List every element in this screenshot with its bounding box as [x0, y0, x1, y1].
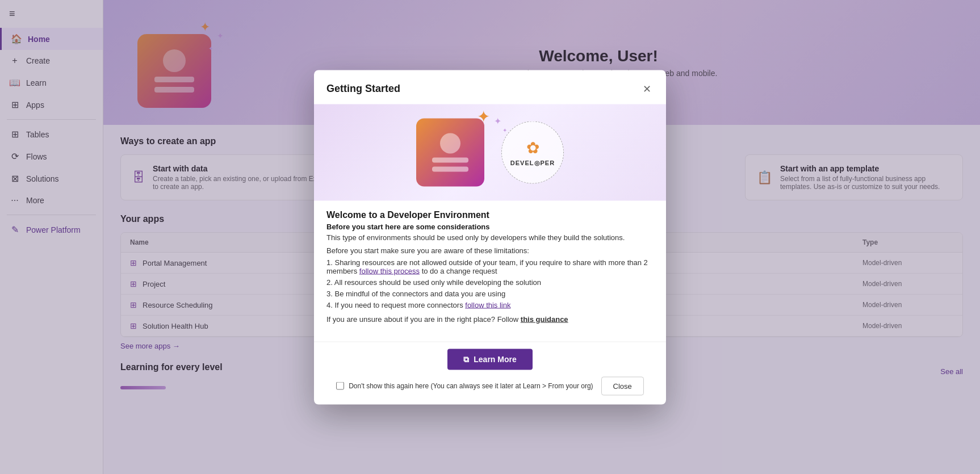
- close-button[interactable]: Close: [601, 376, 644, 395]
- modal-phone-line-2: [432, 166, 468, 171]
- modal-illustration: ✦ ✦ ✦ ✿ DEVEL◎PER: [314, 104, 666, 200]
- modal-phone-circle: [440, 133, 460, 153]
- learn-more-label: Learn More: [474, 355, 516, 364]
- learn-more-button[interactable]: ⧉ Learn More: [447, 349, 532, 370]
- modal-sparkle-small-1: ✦: [494, 115, 501, 126]
- modal-phone-line-1: [432, 157, 468, 162]
- follow-process-link[interactable]: follow this process: [359, 266, 420, 275]
- dont-show-again-checkbox[interactable]: [336, 382, 344, 390]
- modal-title: Getting Started: [326, 83, 400, 95]
- modal-subtitle: Before you start here are some considera…: [326, 222, 654, 230]
- developer-icon: ✿: [526, 138, 539, 157]
- guidance-link[interactable]: this guidance: [521, 314, 568, 323]
- developer-logo: ✿ DEVEL◎PER: [501, 121, 564, 183]
- footer-bottom: Don't show this again here (You can alwa…: [326, 376, 654, 395]
- learn-more-icon: ⧉: [463, 354, 469, 364]
- modal-header: Getting Started ✕: [314, 70, 666, 104]
- developer-text: DEVEL◎PER: [510, 159, 555, 166]
- list-item-3: Be mindful of the connectors and data yo…: [326, 289, 654, 297]
- modal-list: Sharing resources are not allowed outsid…: [326, 258, 654, 309]
- checkbox-wrapper: Don't show this again here (You can alwa…: [336, 382, 593, 390]
- list-item-4: If you need to request more connectors f…: [326, 300, 654, 309]
- modal-guidance: If you are unsure about if you are in th…: [326, 314, 654, 323]
- modal-body: Welcome to a Developer Environment Befor…: [314, 200, 666, 341]
- checkbox-label: Don't show this again here (You can alwa…: [349, 382, 593, 390]
- modal-phone-graphic: [416, 118, 484, 186]
- getting-started-modal: Getting Started ✕ ✦ ✦ ✦ ✿ DEVEL◎PER Welc…: [314, 70, 666, 404]
- modal-sparkle-small-2: ✦: [502, 127, 507, 133]
- modal-close-button[interactable]: ✕: [640, 80, 654, 97]
- modal-welcome-title: Welcome to a Developer Environment: [326, 209, 654, 220]
- follow-link[interactable]: follow this link: [465, 300, 510, 309]
- list-item-1: Sharing resources are not allowed outsid…: [326, 258, 654, 275]
- list-item-2: All resources should be used only while …: [326, 278, 654, 286]
- modal-list-intro: Before you start make sure you are aware…: [326, 246, 654, 254]
- modal-footer: ⧉ Learn More Don't show this again here …: [314, 341, 666, 404]
- modal-sparkle-large: ✦: [477, 107, 490, 125]
- modal-intro: This type of environments should be used…: [326, 233, 654, 241]
